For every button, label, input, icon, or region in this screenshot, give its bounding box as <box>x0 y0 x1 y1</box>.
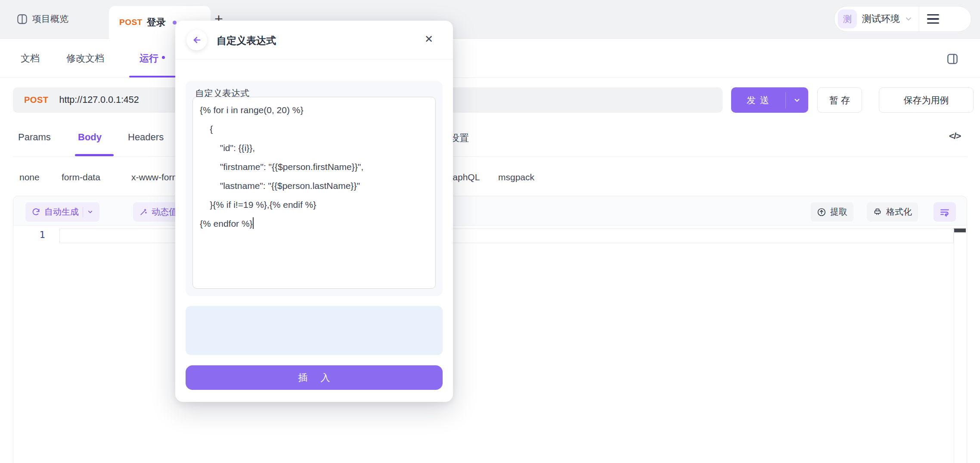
environment-name[interactable]: 测试环境 <box>862 12 900 25</box>
code-view-icon[interactable]: </> <box>949 131 961 141</box>
run-modified-dot <box>162 56 165 59</box>
expression-preview-box: 表达式: {% for i in range(0, 20) %} { "id":… <box>186 306 443 355</box>
extract-icon <box>817 207 826 217</box>
expression-summary-line: 表达式: {% for i in range(0, 20) %} { "id":… <box>193 353 435 355</box>
arrow-left-icon <box>192 35 202 45</box>
request-url-value: http://127.0.0.1:452 <box>59 95 139 105</box>
top-bar: 项目概览 POST 登录 + 测 测试环境 <box>0 0 980 39</box>
active-tab-underline <box>129 76 176 77</box>
nav-item-edit-docs[interactable]: 修改文档 <box>66 52 104 65</box>
editor-scrollbar-thumb[interactable] <box>954 228 966 232</box>
insert-button[interactable]: 插 入 <box>186 365 443 390</box>
body-type-msgpack[interactable]: msgpack <box>498 172 534 182</box>
tab-headers[interactable]: Headers <box>128 132 164 143</box>
text-cursor <box>253 217 254 229</box>
format-button[interactable]: 格式化 <box>867 202 918 222</box>
stash-button[interactable]: 暂 存 <box>817 87 862 113</box>
divider <box>919 6 919 31</box>
nav-item-docs[interactable]: 文档 <box>21 52 40 65</box>
body-type-none[interactable]: none <box>19 172 40 182</box>
modal-header: 自定义表达式 ✕ <box>175 21 453 59</box>
refresh-icon <box>31 207 40 216</box>
expression-text: {% for i in range(0, 20) %} { "id": {{i}… <box>200 105 363 228</box>
save-as-case-button[interactable]: 保存为用例 <box>879 87 974 113</box>
tab-params[interactable]: Params <box>18 132 51 143</box>
send-options-chevron-icon[interactable] <box>786 96 808 104</box>
request-tabs-row: Params Body Headers 设置 </> <box>0 120 980 157</box>
extract-button[interactable]: 提取 <box>811 202 853 222</box>
word-wrap-icon <box>939 207 950 218</box>
chevron-down-icon[interactable] <box>904 15 913 23</box>
divider <box>13 156 967 157</box>
send-button[interactable]: 发 送 <box>731 87 808 113</box>
editor-right-divider <box>954 229 954 463</box>
line-number: 1 <box>31 229 53 240</box>
body-type-form-data[interactable]: form-data <box>62 172 100 182</box>
back-button[interactable] <box>186 30 207 50</box>
chevron-down-icon[interactable] <box>87 209 93 215</box>
menu-icon[interactable] <box>927 14 939 24</box>
body-editor-card: 自动生成 动态值 提取 格式化 1 <box>13 196 967 463</box>
project-icon <box>16 13 28 25</box>
doc-nav-row: 文档 修改文档 运行 <box>0 39 980 78</box>
split-panel-icon[interactable] <box>946 52 959 67</box>
auto-generate-button[interactable]: 自动生成 <box>25 202 99 222</box>
environment-selector: 测 测试环境 <box>834 6 971 32</box>
format-brush-icon <box>873 207 882 217</box>
magic-wand-icon <box>139 208 148 216</box>
tab-body[interactable]: Body <box>78 132 102 143</box>
request-tab-method: POST <box>119 18 143 27</box>
close-icon[interactable]: ✕ <box>425 34 433 44</box>
project-overview-label: 项目概览 <box>32 13 68 25</box>
editor-toolbar: 自动生成 动态值 提取 格式化 <box>13 196 967 225</box>
modal-title: 自定义表达式 <box>217 34 276 47</box>
expression-textarea[interactable]: {% for i in range(0, 20) %} { "id": {{i}… <box>192 97 436 289</box>
request-method-badge[interactable]: POST <box>24 95 48 105</box>
project-overview-button[interactable]: 项目概览 <box>16 0 68 38</box>
environment-badge: 测 <box>838 9 857 28</box>
word-wrap-button[interactable] <box>933 202 956 222</box>
nav-item-run[interactable]: 运行 <box>140 52 165 65</box>
request-tab-name: 登录 <box>147 16 166 29</box>
custom-expression-modal: 自定义表达式 ✕ 自定义表达式 {% for i in range(0, 20)… <box>175 21 453 402</box>
